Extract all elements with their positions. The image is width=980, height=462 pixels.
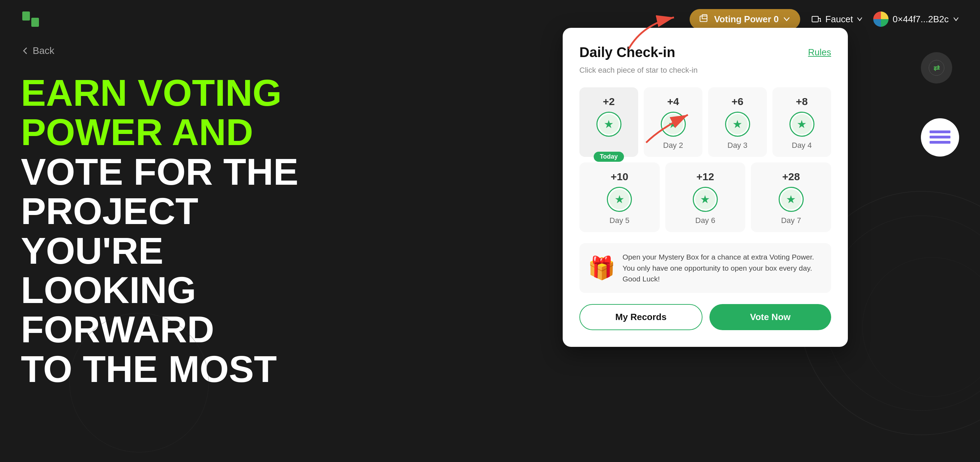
logo-icon [21,9,42,30]
svg-rect-15 [929,136,950,139]
day-cell-3[interactable]: +6 ★ Day 3 [708,87,767,157]
day6-points: +12 [697,171,714,183]
headline-line6: TO THE MOST [21,349,306,389]
checkin-card: Daily Check-in Rules Click each piece of… [563,28,848,347]
voting-power-button[interactable]: Voting Power 0 [690,9,800,30]
day3-star-circle: ★ [725,112,750,137]
rules-link[interactable]: Rules [808,47,831,58]
wallet-button[interactable]: 0×44f7...2B2c [873,11,959,27]
headline-line4: PROJECT YOU'RE [21,191,306,270]
day4-label: Day 4 [792,141,812,150]
exchange-icon: ⇄ [928,59,945,76]
headline-line3: VOTE FOR THE [21,152,306,191]
day-cell-5[interactable]: +10 ★ Day 5 [579,162,660,232]
svg-rect-4 [22,11,30,21]
day4-points: +8 [796,96,808,107]
svg-rect-14 [929,131,950,133]
faucet-icon [811,14,822,25]
card-header: Daily Check-in Rules [579,45,831,60]
today-badge: Today [593,152,624,162]
day-cell-6[interactable]: +12 ★ Day 6 [665,162,746,232]
day1-star-icon: ★ [604,118,614,131]
svg-point-9 [820,21,821,22]
day-cell-7[interactable]: +28 ★ Day 7 [751,162,831,232]
wallet-chevron-icon [953,16,959,22]
day7-star-inner: ★ [781,189,801,209]
svg-rect-7 [702,14,707,19]
back-label: Back [33,45,54,56]
faucet-button[interactable]: Faucet [811,14,863,25]
day6-star-circle: ★ [693,187,718,212]
day5-star-inner: ★ [609,189,630,209]
day5-label: Day 5 [609,216,630,225]
logo-area [21,9,42,30]
day5-star-circle: ★ [607,187,632,212]
day1-points: +2 [603,96,614,107]
day3-label: Day 3 [727,141,747,150]
day1-star-inner: ★ [599,114,619,134]
list-icon [928,125,952,150]
day6-star-inner: ★ [695,189,715,209]
headline: EARN VOTING POWER AND VOTE FOR THE PROJE… [21,73,306,389]
mystery-box[interactable]: 🎁 Open your Mystery Box for a chance at … [579,243,831,293]
wallet-avatar [873,11,889,27]
day5-star-icon: ★ [614,193,625,206]
back-arrow-icon [21,46,29,55]
deco-circle-list [921,118,959,156]
day3-points: +6 [731,96,743,107]
deco-circle-exchange: ⇄ [921,52,952,83]
back-button[interactable]: Back [21,45,54,56]
card-subtitle: Click each piece of star to check-in [579,66,831,75]
my-records-button[interactable]: My Records [579,304,703,330]
day-cell-2[interactable]: +4 ★ Day 2 [644,87,703,157]
day7-points: +28 [782,171,800,183]
headline-line1: EARN VOTING [21,73,306,112]
voting-power-icon [699,14,710,24]
svg-rect-16 [929,141,950,144]
card-title: Daily Check-in [579,45,675,60]
day7-star-circle: ★ [779,187,804,212]
day4-star-inner: ★ [792,114,812,134]
day2-star-circle: ★ [661,112,686,137]
day6-label: Day 6 [695,216,715,225]
svg-point-2 [862,257,980,397]
days-grid-row1: +2 ★ Today +4 ★ Day 2 +6 ★ [579,87,831,157]
day3-star-icon: ★ [732,118,743,131]
day7-star-icon: ★ [786,193,796,206]
day2-star-inner: ★ [663,114,683,134]
vote-now-button[interactable]: Vote Now [710,304,831,330]
day-cell-4[interactable]: +8 ★ Day 4 [772,87,831,157]
day4-star-circle: ★ [789,112,815,137]
day6-star-icon: ★ [700,193,710,206]
gift-icon: 🎁 [588,255,616,281]
voting-power-label: Voting Power 0 [714,14,779,25]
day2-label: Day 2 [663,141,683,150]
header-right: Voting Power 0 Faucet 0×44f7...2B2c [690,9,959,30]
mystery-text: Open your Mystery Box for a chance at ex… [622,252,823,285]
day4-star-icon: ★ [797,118,807,131]
days-grid-row2: +10 ★ Day 5 +12 ★ Day 6 +28 ★ [579,162,831,232]
svg-text:⇄: ⇄ [934,64,940,72]
day3-star-inner: ★ [727,114,748,134]
day1-star-circle: ★ [597,112,622,137]
card-buttons: My Records Vote Now [579,304,831,330]
headline-line2: POWER AND [21,112,306,152]
day-cell-1[interactable]: +2 ★ Today [579,87,638,157]
faucet-chevron-icon [856,16,863,22]
day5-points: +10 [611,171,628,183]
chevron-down-icon [783,15,791,23]
headline-line5: LOOKING FORWARD [21,270,306,349]
day7-label: Day 7 [781,216,801,225]
day2-points: +4 [667,96,679,107]
wallet-address-label: 0×44f7...2B2c [893,14,949,25]
faucet-label: Faucet [825,14,853,25]
day2-star-icon: ★ [668,118,678,131]
svg-rect-5 [31,18,39,27]
svg-rect-8 [812,16,818,22]
